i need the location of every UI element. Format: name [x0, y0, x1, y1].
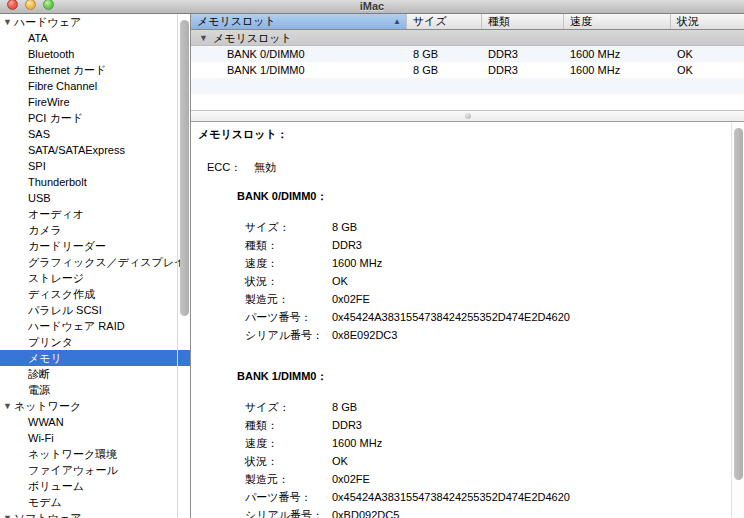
- detail-field-size: サイズ：8 GB: [191, 398, 744, 416]
- sidebar-section-label: ソフトウェア: [14, 510, 82, 518]
- sidebar-section-software[interactable]: ▼ ソフトウェア: [0, 510, 190, 518]
- sidebar-item-sata[interactable]: SATA/SATAExpress: [0, 142, 190, 158]
- sidebar-item-spi[interactable]: SPI: [0, 158, 190, 174]
- sidebar-item-ethernet-cards[interactable]: Ethernet カード: [0, 62, 190, 78]
- scrollbar-thumb[interactable]: [180, 20, 189, 316]
- sidebar: ▼ ハードウェア ATA Bluetooth Ethernet カード Fibr…: [0, 14, 191, 518]
- sidebar-item-wifi[interactable]: Wi-Fi: [0, 430, 190, 446]
- sidebar-section-label: ハードウェア: [14, 14, 81, 30]
- table-header-row: メモリスロット ▲ サイズ 種類 速度 状況: [191, 14, 744, 30]
- column-header-memory-slot[interactable]: メモリスロット ▲: [191, 14, 407, 29]
- sidebar-item-bluetooth[interactable]: Bluetooth: [0, 46, 190, 62]
- table-row[interactable]: BANK 1/DIMM0 8 GB DDR3 1600 MHz OK: [191, 62, 744, 78]
- sidebar-item-parallel-scsi[interactable]: パラレル SCSI: [0, 302, 190, 318]
- sidebar-item-audio[interactable]: オーディオ: [0, 206, 190, 222]
- memory-pane: メモリスロット ▲ サイズ 種類 速度 状況 ▼ メモリスロット BANK 0/…: [191, 14, 744, 518]
- detail-field-status: 状況：OK: [191, 272, 744, 290]
- detail-field-part-number: パーツ番号：0x45424A3831554738424255352D474E2D…: [191, 488, 744, 506]
- disclosure-triangle-icon[interactable]: ▼: [3, 510, 14, 518]
- table-group-row[interactable]: ▼ メモリスロット: [191, 30, 744, 46]
- sidebar-item-diagnostics[interactable]: 診断: [0, 366, 190, 382]
- sidebar-item-firewall[interactable]: ファイアウォール: [0, 462, 190, 478]
- minimize-button[interactable]: [25, 0, 36, 10]
- empty-row: [191, 94, 744, 110]
- sidebar-item-thunderbolt[interactable]: Thunderbolt: [0, 174, 190, 190]
- detail-field-size: サイズ：8 GB: [191, 218, 744, 236]
- sidebar-item-power[interactable]: 電源: [0, 382, 190, 398]
- detail-field-type: 種類：DDR3: [191, 416, 744, 434]
- splitter-grip-icon: [465, 113, 471, 119]
- splitter[interactable]: [191, 110, 744, 122]
- sidebar-item-ata[interactable]: ATA: [0, 30, 190, 46]
- ecc-row: ECC：無効: [191, 160, 744, 174]
- detail-field-speed: 速度：1600 MHz: [191, 254, 744, 272]
- sidebar-item-card-reader[interactable]: カードリーダー: [0, 238, 190, 254]
- detail-field-serial-number: シリアル番号：0x8E092DC3: [191, 326, 744, 344]
- sidebar-item-hardware-raid[interactable]: ハードウェア RAID: [0, 318, 190, 334]
- bank-title: BANK 0/DIMM0：: [191, 189, 744, 203]
- zoom-button[interactable]: [43, 0, 54, 10]
- sidebar-section-hardware[interactable]: ▼ ハードウェア: [0, 14, 190, 30]
- sidebar-item-printers[interactable]: プリンタ: [0, 334, 190, 350]
- title-bar[interactable]: iMac: [0, 0, 744, 14]
- column-header-speed[interactable]: 速度: [564, 14, 671, 29]
- ecc-label: ECC：: [207, 161, 241, 173]
- detail-field-status: 状況：OK: [191, 452, 744, 470]
- window-title: iMac: [0, 0, 744, 13]
- sidebar-item-graphics-displays[interactable]: グラフィックス／ディスプレイ: [0, 254, 190, 270]
- sidebar-item-firewire[interactable]: FireWire: [0, 94, 190, 110]
- bank-0-section: BANK 0/DIMM0： サイズ：8 GB 種類：DDR3 速度：1600 M…: [191, 189, 744, 344]
- group-label: メモリスロット: [213, 30, 292, 46]
- sidebar-item-locations[interactable]: ネットワーク環境: [0, 446, 190, 462]
- disclosure-triangle-icon[interactable]: ▼: [3, 398, 14, 414]
- detail-field-manufacturer: 製造元：0x02FE: [191, 470, 744, 488]
- empty-row: [191, 78, 744, 94]
- system-information-window: iMac ▼ ハードウェア ATA Bluetooth Ethernet カード…: [0, 0, 744, 518]
- disclosure-triangle-icon[interactable]: ▼: [3, 14, 14, 30]
- sidebar-section-label: ネットワーク: [14, 398, 81, 414]
- disclosure-triangle-icon[interactable]: ▼: [199, 30, 213, 46]
- ecc-value: 無効: [254, 161, 276, 173]
- sidebar-item-sas[interactable]: SAS: [0, 126, 190, 142]
- details-pane: メモリスロット： ECC：無効 BANK 0/DIMM0： サイズ：8 GB 種…: [191, 122, 744, 518]
- sidebar-item-memory[interactable]: メモリ: [0, 350, 190, 366]
- sidebar-scrollbar[interactable]: [177, 14, 190, 518]
- detail-field-serial-number: シリアル番号：0xBD092DC5: [191, 506, 744, 518]
- column-header-type[interactable]: 種類: [482, 14, 564, 29]
- sidebar-item-disc-burning[interactable]: ディスク作成: [0, 286, 190, 302]
- sidebar-item-volumes[interactable]: ボリューム: [0, 478, 190, 494]
- sidebar-section-network[interactable]: ▼ ネットワーク: [0, 398, 190, 414]
- column-header-status[interactable]: 状況: [671, 14, 744, 29]
- detail-field-part-number: パーツ番号：0x45424A3831554738424255352D474E2D…: [191, 308, 744, 326]
- memory-slots-table: メモリスロット ▲ サイズ 種類 速度 状況 ▼ メモリスロット BANK 0/…: [191, 14, 744, 110]
- sort-ascending-icon: ▲: [393, 14, 406, 29]
- close-button[interactable]: [7, 0, 18, 10]
- bank-title: BANK 1/DIMM0：: [191, 369, 744, 383]
- table-row[interactable]: BANK 0/DIMM0 8 GB DDR3 1600 MHz OK: [191, 46, 744, 62]
- scrollbar-thumb[interactable]: [734, 128, 743, 480]
- sidebar-item-storage[interactable]: ストレージ: [0, 270, 190, 286]
- sidebar-item-camera[interactable]: カメラ: [0, 222, 190, 238]
- sidebar-item-wwan[interactable]: WWAN: [0, 414, 190, 430]
- detail-field-speed: 速度：1600 MHz: [191, 434, 744, 452]
- detail-field-manufacturer: 製造元：0x02FE: [191, 290, 744, 308]
- details-title: メモリスロット：: [191, 127, 744, 141]
- sidebar-item-fibre-channel[interactable]: Fibre Channel: [0, 78, 190, 94]
- sidebar-item-modems[interactable]: モデム: [0, 494, 190, 510]
- bank-1-section: BANK 1/DIMM0： サイズ：8 GB 種類：DDR3 速度：1600 M…: [191, 369, 744, 518]
- sidebar-item-usb[interactable]: USB: [0, 190, 190, 206]
- details-scrollbar[interactable]: [731, 122, 744, 518]
- detail-field-type: 種類：DDR3: [191, 236, 744, 254]
- sidebar-item-pci-cards[interactable]: PCI カード: [0, 110, 190, 126]
- column-header-size[interactable]: サイズ: [407, 14, 482, 29]
